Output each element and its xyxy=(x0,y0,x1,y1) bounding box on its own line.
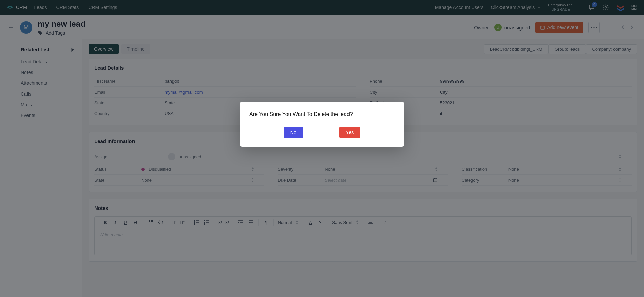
modal-message: Are You Sure You Want To Delete the lead… xyxy=(249,111,395,117)
delete-confirm-modal: Are You Sure You Want To Delete the lead… xyxy=(240,102,404,147)
modal-no-button[interactable]: No xyxy=(284,127,303,138)
modal-overlay: Are You Sure You Want To Delete the lead… xyxy=(0,0,644,297)
modal-yes-button[interactable]: Yes xyxy=(339,127,361,138)
